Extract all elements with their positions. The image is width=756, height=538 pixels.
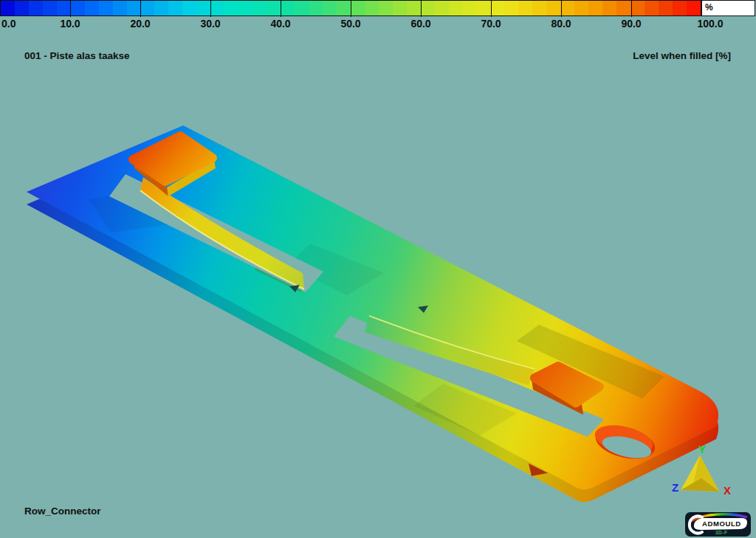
cadmould-logo: ADMOULD 3D-F (685, 512, 751, 537)
axis-label-x: X (724, 484, 731, 497)
logo-brand-text: ADMOULD (702, 520, 741, 528)
axis-label-y: Y (698, 443, 706, 455)
simulation-viewer-window: % 0.010.020.030.040.050.060.070.080.090.… (0, 0, 756, 538)
axis-label-z: Z (672, 481, 678, 494)
model-viewport-3d[interactable]: X Y Z ADMOULD 3D-F (0, 0, 756, 538)
part-name-label: Row_Connector (24, 506, 101, 517)
logo-variant-text: 3D-F (715, 530, 727, 535)
part-3d-model[interactable] (27, 125, 718, 502)
